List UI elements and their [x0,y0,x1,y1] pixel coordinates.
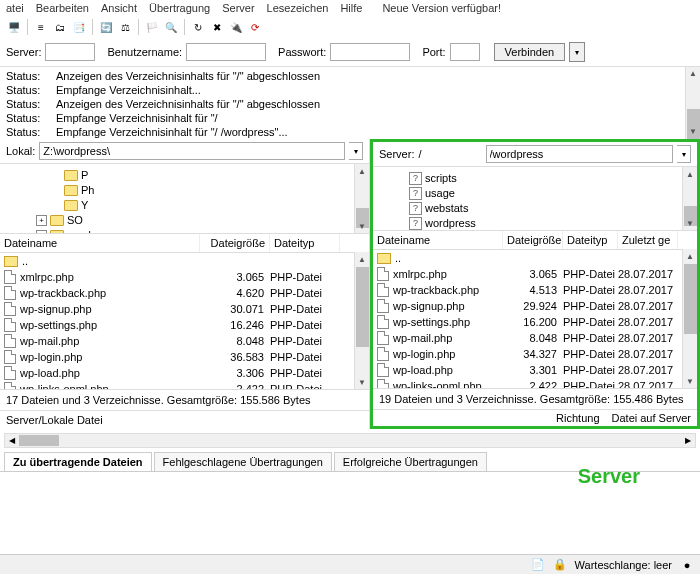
filter-icon[interactable]: 🏳️ [144,19,160,35]
queue-hscrollbar[interactable]: ◀ ▶ [4,433,696,448]
refresh-icon[interactable]: ↻ [190,19,206,35]
tree-item[interactable]: ?webstats [379,201,691,216]
local-pane: Lokal: ▾ PPhY+SO+wordpress ▲ ▼ Dateiname… [0,139,370,429]
unknown-folder-icon: ? [409,172,422,185]
remote-col-size[interactable]: Dateigröße [503,231,563,249]
local-path-dropdown[interactable]: ▾ [349,142,363,160]
file-row[interactable]: wp-links-opml.php2.422PHP-Datei28.07.201… [373,378,697,388]
compare-icon[interactable]: ⚖ [117,19,133,35]
remote-col-type[interactable]: Dateityp [563,231,618,249]
local-col-size[interactable]: Dateigröße [200,234,270,252]
port-input[interactable] [450,43,480,61]
file-row[interactable]: wp-load.php3.301PHP-Datei28.07.2017 [373,362,697,378]
tree-item[interactable]: ?wordpress [379,216,691,231]
file-row[interactable]: xmlrpc.php3.065PHP-Datei [0,269,369,285]
file-row[interactable]: wp-login.php34.327PHP-Datei28.07.2017 [373,346,697,362]
local-filelist[interactable]: Dateiname Dateigröße Dateityp ..xmlrpc.p… [0,234,369,389]
file-icon [4,382,16,389]
remote-file-header: Datei auf Server [612,412,691,424]
menu-ansicht[interactable]: Ansicht [101,2,137,14]
local-tree[interactable]: PPhY+SO+wordpress ▲ ▼ [0,164,369,234]
unknown-folder-icon: ? [409,217,422,230]
file-icon [4,318,16,332]
toggle-tree-icon[interactable]: 🗂 [52,19,68,35]
tree-item[interactable]: ?scripts [379,171,691,186]
sync-icon[interactable]: 🔄 [98,19,114,35]
toggle-log-icon[interactable]: ≡ [33,19,49,35]
user-label: Benutzername: [107,46,182,58]
file-row[interactable]: xmlrpc.php3.065PHP-Datei28.07.2017 [373,266,697,282]
tree-item[interactable]: +SO [6,213,363,228]
remote-col-date[interactable]: Zuletzt ge [618,231,678,249]
local-tree-scrollbar[interactable]: ▲ ▼ [354,164,369,233]
menu-hilfe[interactable]: Hilfe [340,2,362,14]
file-row[interactable]: wp-mail.php8.048PHP-Datei [0,333,369,349]
sitemanager-icon[interactable]: 🖥️ [6,19,22,35]
remote-filelist[interactable]: Dateiname Dateigröße Dateityp Zuletzt ge… [373,231,697,388]
remote-path-seg1: / [418,148,421,160]
menu-übertragung[interactable]: Übertragung [149,2,210,14]
remote-path-dropdown[interactable]: ▾ [677,145,691,163]
file-icon [4,334,16,348]
connect-button[interactable]: Verbinden [494,43,566,61]
local-col-type[interactable]: Dateityp [270,234,340,252]
search-icon[interactable]: 🔍 [163,19,179,35]
quickconnect-bar: Server: Benutzername: Passwort: Port: Ve… [0,38,700,67]
local-files-scrollbar[interactable]: ▲ ▼ [354,252,369,389]
file-icon [377,315,389,329]
tree-item[interactable]: Y [6,198,363,213]
remote-tree[interactable]: ?scripts?usage?webstats?wordpress ▲ ▼ [373,167,697,231]
connect-dropdown[interactable]: ▾ [569,42,585,62]
file-icon [377,379,389,388]
remote-path-input[interactable] [486,145,673,163]
file-row[interactable]: wp-load.php3.306PHP-Datei [0,365,369,381]
log-entry: Status:Empfange Verzeichnisinhalt für "/ [6,111,694,125]
folder-icon [64,200,78,211]
file-icon [377,331,389,345]
log-entry: Status:Anzeigen des Verzeichnisinhalts f… [6,97,694,111]
file-icon [4,302,16,316]
direction-header: Richtung [556,412,599,424]
server-label: Server: [6,46,41,58]
file-row[interactable]: .. [373,250,697,266]
cancel-icon[interactable]: ✖ [209,19,225,35]
file-row[interactable]: wp-settings.php16.200PHP-Datei28.07.2017 [373,314,697,330]
pass-input[interactable] [330,43,410,61]
file-row[interactable]: wp-links-opml.php2.422PHP-Datei [0,381,369,389]
folder-icon [64,170,78,181]
menu-neue version verfügbar![interactable]: Neue Version verfügbar! [382,2,501,14]
menu-atei[interactable]: atei [6,2,24,14]
tree-item[interactable]: ?usage [379,186,691,201]
unknown-folder-icon: ? [409,187,422,200]
local-path-input[interactable] [39,142,345,160]
local-col-name[interactable]: Dateiname [0,234,200,252]
tab-1[interactable]: Fehlgeschlagene Übertragungen [154,452,332,471]
toggle-queue-icon[interactable]: 📑 [71,19,87,35]
user-input[interactable] [186,43,266,61]
file-row[interactable]: wp-signup.php30.071PHP-Datei [0,301,369,317]
tree-item[interactable]: Ph [6,183,363,198]
tab-0[interactable]: Zu übertragende Dateien [4,452,152,471]
file-row[interactable]: wp-signup.php29.924PHP-Datei28.07.2017 [373,298,697,314]
file-row[interactable]: wp-settings.php16.246PHP-Datei [0,317,369,333]
file-row[interactable]: wp-mail.php8.048PHP-Datei28.07.2017 [373,330,697,346]
disconnect-icon[interactable]: 🔌 [228,19,244,35]
menu-server[interactable]: Server [222,2,254,14]
file-row[interactable]: .. [0,253,369,269]
remote-pane: Server: / ▾ ?scripts?usage?webstats?word… [370,139,700,429]
remote-tree-scrollbar[interactable]: ▲ ▼ [682,167,697,230]
tab-2[interactable]: Erfolgreiche Übertragungen [334,452,487,471]
file-row[interactable]: wp-login.php36.583PHP-Datei [0,349,369,365]
menu-bearbeiten[interactable]: Bearbeiten [36,2,89,14]
remote-col-name[interactable]: Dateiname [373,231,503,249]
file-row[interactable]: wp-trackback.php4.513PHP-Datei28.07.2017 [373,282,697,298]
menu-lesezeichen[interactable]: Lesezeichen [267,2,329,14]
tree-item[interactable]: P [6,168,363,183]
file-row[interactable]: wp-trackback.php4.620PHP-Datei [0,285,369,301]
server-input[interactable] [45,43,95,61]
remote-files-scrollbar[interactable]: ▲ ▼ [682,249,697,388]
file-icon [377,283,389,297]
file-icon [4,366,16,380]
reconnect-icon[interactable]: ⟳ [247,19,263,35]
log-scrollbar[interactable]: ▲ ▼ [685,67,700,139]
